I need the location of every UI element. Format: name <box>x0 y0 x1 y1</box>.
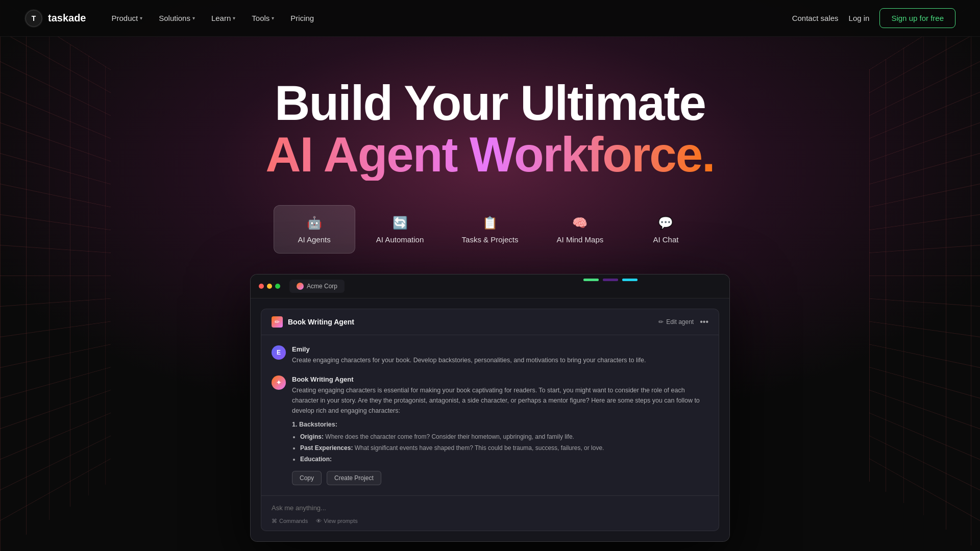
tab-tasks-projects-label: Tasks & Projects <box>462 235 519 244</box>
feature-tabs: 🤖 AI Agents 🔄 AI Automation 📋 Tasks & Pr… <box>274 205 707 254</box>
chevron-down-icon: ▾ <box>233 15 235 21</box>
nav-solutions[interactable]: Solutions ▾ <box>152 10 202 27</box>
edit-agent-button[interactable]: ✏ Edit agent <box>658 318 694 325</box>
chat-title: Book Writing Agent <box>288 318 354 326</box>
tab-favicon-icon <box>297 283 304 290</box>
list-item-education: Education: <box>300 455 708 464</box>
app-content: ✏ Book Writing Agent ✏ Edit agent ••• <box>251 298 729 541</box>
nav-product[interactable]: Product ▾ <box>105 10 150 27</box>
user-message-content: Emily Create engaging characters for you… <box>292 345 708 365</box>
chevron-down-icon: ▾ <box>192 15 195 21</box>
ai-automation-icon: 🔄 <box>392 215 408 231</box>
ai-chat-icon: 💬 <box>657 215 674 231</box>
backstories-header: 1. Backstories: <box>292 421 708 428</box>
tab-ai-agents[interactable]: 🤖 AI Agents <box>274 205 355 254</box>
agent-message-content: Book Writing Agent Creating engaging cha… <box>292 375 708 485</box>
browser-dots <box>259 284 280 289</box>
browser-tab[interactable]: Acme Corp <box>289 280 345 293</box>
accent-bar-cyan <box>622 279 638 281</box>
tab-ai-mind-maps[interactable]: 🧠 AI Mind Maps <box>539 205 621 254</box>
chat-title-row: ✏ Book Writing Agent <box>272 316 354 328</box>
list-item-past-experiences: Past Experiences: What significant event… <box>300 443 708 453</box>
copy-button[interactable]: Copy <box>292 471 322 485</box>
browser-tab-label: Acme Corp <box>307 283 337 290</box>
login-link[interactable]: Log in <box>849 14 870 22</box>
signup-button[interactable]: Sign up for free <box>879 8 955 28</box>
chat-input[interactable] <box>272 502 708 514</box>
chat-messages: E Emily Create engaging characters for y… <box>261 335 719 495</box>
logo-text: taskade <box>48 12 86 24</box>
browser-bar: Acme Corp <box>251 274 729 298</box>
commands-icon: ⌘ <box>272 518 277 524</box>
hero-line2: AI Agent Workforce. <box>265 129 714 181</box>
svg-text:T: T <box>32 14 36 22</box>
minimize-dot <box>267 284 272 289</box>
prompts-icon: 👁 <box>316 518 322 524</box>
chat-header: ✏ Book Writing Agent ✏ Edit agent ••• <box>261 309 719 335</box>
nav-pricing[interactable]: Pricing <box>283 10 321 27</box>
nav-right: Contact sales Log in Sign up for free <box>792 8 955 28</box>
accent-bar-purple <box>603 279 618 281</box>
more-options-button[interactable]: ••• <box>700 317 708 327</box>
user-message-text: Create engaging characters for your book… <box>292 355 708 365</box>
ai-agents-icon: 🤖 <box>306 215 323 231</box>
nav-items: Product ▾ Solutions ▾ Learn ▾ Tools ▾ Pr… <box>105 10 322 27</box>
close-dot <box>259 284 264 289</box>
agent-intro-text: Creating engaging characters is essentia… <box>292 385 708 416</box>
view-prompts-button[interactable]: 👁 View prompts <box>316 518 357 524</box>
accent-bars <box>583 279 638 281</box>
tab-tasks-projects[interactable]: 📋 Tasks & Projects <box>445 205 535 254</box>
nav-tools[interactable]: Tools ▾ <box>244 10 281 27</box>
user-message-row: E Emily Create engaging characters for y… <box>272 345 708 365</box>
maximize-dot <box>275 284 280 289</box>
chevron-down-icon: ▾ <box>140 15 142 21</box>
tab-ai-automation-label: AI Automation <box>376 235 424 244</box>
tasks-projects-icon: 📋 <box>482 215 498 231</box>
hero-headline: Build Your Ultimate AI Agent Workforce. <box>265 78 714 181</box>
navbar: T taskade Product ▾ Solutions ▾ Learn ▾ … <box>0 0 980 37</box>
chat-container: ✏ Book Writing Agent ✏ Edit agent ••• <box>261 309 719 531</box>
user-avatar: E <box>272 345 286 360</box>
hero-line1: Build Your Ultimate <box>265 78 714 129</box>
chat-input-area: ⌘ Commands 👁 View prompts <box>261 495 719 531</box>
chat-header-actions: ✏ Edit agent ••• <box>658 317 708 327</box>
agent-name: Book Writing Agent <box>292 375 708 383</box>
backstories-list: Origins: Where does the character come f… <box>292 432 708 464</box>
nav-left: T taskade Product ▾ Solutions ▾ Learn ▾ … <box>24 9 321 28</box>
tab-ai-chat-label: AI Chat <box>653 235 678 244</box>
agent-avatar: ✦ <box>272 375 286 390</box>
logo[interactable]: T taskade <box>24 9 86 28</box>
tab-ai-automation[interactable]: 🔄 AI Automation <box>359 205 441 254</box>
ai-mind-maps-icon: 🧠 <box>572 215 588 231</box>
taskade-logo-icon: T <box>24 9 43 28</box>
create-project-button[interactable]: Create Project <box>327 471 381 485</box>
chevron-down-icon: ▾ <box>272 15 274 21</box>
past-exp-label: Past Experiences: <box>300 444 353 452</box>
accent-bar-green <box>583 279 599 281</box>
message-actions: Copy Create Project <box>292 471 708 485</box>
agent-message-row: ✦ Book Writing Agent Creating engaging c… <box>272 375 708 485</box>
chat-input-footer: ⌘ Commands 👁 View prompts <box>272 518 708 524</box>
origins-label: Origins: <box>300 433 324 440</box>
user-name: Emily <box>292 345 708 353</box>
contact-sales-link[interactable]: Contact sales <box>792 14 839 22</box>
main-content: Build Your Ultimate AI Agent Workforce. … <box>0 37 980 542</box>
tab-ai-agents-label: AI Agents <box>298 235 330 244</box>
education-label: Education: <box>300 456 332 463</box>
tab-ai-mind-maps-label: AI Mind Maps <box>557 235 604 244</box>
nav-learn[interactable]: Learn ▾ <box>204 10 242 27</box>
browser-mockup: Acme Corp ✏ Book Writing Agent <box>250 274 730 542</box>
list-item-origins: Origins: Where does the character come f… <box>300 432 708 441</box>
edit-icon: ✏ <box>658 318 664 325</box>
tab-ai-chat[interactable]: 💬 AI Chat <box>625 205 706 254</box>
agent-icon: ✏ <box>272 316 283 328</box>
commands-button[interactable]: ⌘ Commands <box>272 518 308 524</box>
